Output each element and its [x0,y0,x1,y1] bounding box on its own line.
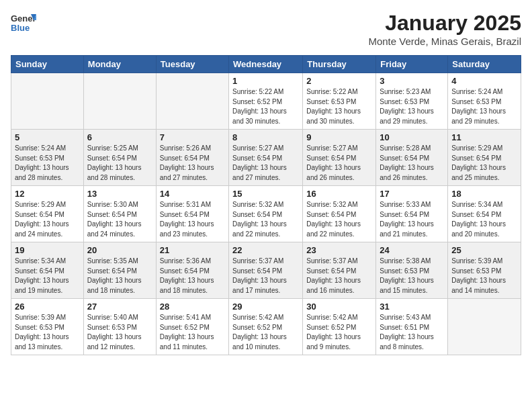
day-number: 7 [160,132,225,142]
calendar-cell: 18Sunrise: 5:34 AM Sunset: 6:54 PM Dayli… [448,186,521,242]
day-number: 1 [232,76,299,86]
calendar-cell: 4Sunrise: 5:24 AM Sunset: 6:53 PM Daylig… [448,73,521,130]
calendar-cell: 30Sunrise: 5:42 AM Sunset: 6:52 PM Dayli… [303,299,376,355]
day-info: Sunrise: 5:26 AM Sunset: 6:54 PM Dayligh… [160,144,225,183]
calendar-cell: 31Sunrise: 5:43 AM Sunset: 6:51 PM Dayli… [376,299,448,355]
calendar-cell: 15Sunrise: 5:32 AM Sunset: 6:54 PM Dayli… [229,186,303,242]
day-info: Sunrise: 5:24 AM Sunset: 6:53 PM Dayligh… [451,87,517,126]
day-info: Sunrise: 5:24 AM Sunset: 6:53 PM Dayligh… [15,144,80,183]
day-info: Sunrise: 5:36 AM Sunset: 6:54 PM Dayligh… [160,257,225,295]
day-info: Sunrise: 5:34 AM Sunset: 6:54 PM Dayligh… [15,257,80,295]
calendar-cell [83,73,156,130]
logo-icon: General Blue [11,11,36,39]
day-number: 2 [306,76,372,86]
weekday-header-tuesday: Tuesday [156,56,228,73]
calendar-week-row: 1Sunrise: 5:22 AM Sunset: 6:52 PM Daylig… [11,73,521,130]
day-number: 8 [232,132,299,142]
day-info: Sunrise: 5:42 AM Sunset: 6:52 PM Dayligh… [306,313,372,352]
calendar-cell: 16Sunrise: 5:32 AM Sunset: 6:54 PM Dayli… [303,186,376,242]
calendar: SundayMondayTuesdayWednesdayThursdayFrid… [11,55,521,355]
location: Monte Verde, Minas Gerais, Brazil [368,36,521,47]
calendar-cell: 25Sunrise: 5:39 AM Sunset: 6:53 PM Dayli… [448,242,521,299]
calendar-cell: 26Sunrise: 5:39 AM Sunset: 6:53 PM Dayli… [11,299,84,355]
weekday-header-monday: Monday [83,56,156,73]
calendar-cell: 3Sunrise: 5:23 AM Sunset: 6:53 PM Daylig… [376,73,448,130]
day-number: 12 [15,189,80,199]
day-info: Sunrise: 5:41 AM Sunset: 6:52 PM Dayligh… [160,313,225,352]
day-number: 31 [380,302,444,312]
calendar-week-row: 12Sunrise: 5:29 AM Sunset: 6:54 PM Dayli… [11,186,521,242]
day-number: 15 [232,189,299,199]
weekday-header-saturday: Saturday [448,56,521,73]
calendar-week-row: 26Sunrise: 5:39 AM Sunset: 6:53 PM Dayli… [11,299,521,355]
day-number: 20 [87,245,152,255]
weekday-header-sunday: Sunday [11,56,84,73]
day-info: Sunrise: 5:27 AM Sunset: 6:54 PM Dayligh… [232,144,299,183]
calendar-cell: 22Sunrise: 5:37 AM Sunset: 6:54 PM Dayli… [229,242,303,299]
calendar-cell: 20Sunrise: 5:35 AM Sunset: 6:54 PM Dayli… [83,242,156,299]
day-number: 11 [451,132,517,142]
calendar-cell: 19Sunrise: 5:34 AM Sunset: 6:54 PM Dayli… [11,242,84,299]
day-number: 10 [380,132,444,142]
day-number: 3 [380,76,444,86]
day-info: Sunrise: 5:38 AM Sunset: 6:53 PM Dayligh… [380,257,444,295]
day-number: 5 [15,132,80,142]
day-info: Sunrise: 5:30 AM Sunset: 6:54 PM Dayligh… [87,200,152,239]
title-block: January 2025 Monte Verde, Minas Gerais, … [368,11,521,47]
calendar-cell [448,299,521,355]
calendar-week-row: 5Sunrise: 5:24 AM Sunset: 6:53 PM Daylig… [11,130,521,186]
day-info: Sunrise: 5:39 AM Sunset: 6:53 PM Dayligh… [15,313,80,352]
calendar-cell: 29Sunrise: 5:42 AM Sunset: 6:52 PM Dayli… [229,299,303,355]
logo: General Blue [11,11,36,39]
day-info: Sunrise: 5:34 AM Sunset: 6:54 PM Dayligh… [451,200,517,239]
weekday-header-friday: Friday [376,56,448,73]
day-number: 28 [160,302,225,312]
calendar-cell: 24Sunrise: 5:38 AM Sunset: 6:53 PM Dayli… [376,242,448,299]
day-info: Sunrise: 5:22 AM Sunset: 6:53 PM Dayligh… [306,87,372,126]
day-info: Sunrise: 5:28 AM Sunset: 6:54 PM Dayligh… [380,144,444,183]
day-info: Sunrise: 5:40 AM Sunset: 6:53 PM Dayligh… [87,313,152,352]
weekday-header-row: SundayMondayTuesdayWednesdayThursdayFrid… [11,56,521,73]
day-info: Sunrise: 5:43 AM Sunset: 6:51 PM Dayligh… [380,313,444,352]
day-number: 17 [380,189,444,199]
day-info: Sunrise: 5:32 AM Sunset: 6:54 PM Dayligh… [232,200,299,239]
calendar-cell: 11Sunrise: 5:29 AM Sunset: 6:54 PM Dayli… [448,130,521,186]
svg-text:Blue: Blue [11,23,30,33]
day-number: 22 [232,245,299,255]
calendar-cell: 8Sunrise: 5:27 AM Sunset: 6:54 PM Daylig… [229,130,303,186]
day-number: 9 [306,132,372,142]
calendar-cell: 2Sunrise: 5:22 AM Sunset: 6:53 PM Daylig… [303,73,376,130]
calendar-cell: 13Sunrise: 5:30 AM Sunset: 6:54 PM Dayli… [83,186,156,242]
day-number: 26 [15,302,80,312]
day-info: Sunrise: 5:22 AM Sunset: 6:52 PM Dayligh… [232,87,299,126]
day-number: 19 [15,245,80,255]
day-info: Sunrise: 5:31 AM Sunset: 6:54 PM Dayligh… [160,200,225,239]
calendar-cell: 23Sunrise: 5:37 AM Sunset: 6:54 PM Dayli… [303,242,376,299]
calendar-cell: 6Sunrise: 5:25 AM Sunset: 6:54 PM Daylig… [83,130,156,186]
day-info: Sunrise: 5:39 AM Sunset: 6:53 PM Dayligh… [451,257,517,295]
day-number: 23 [306,245,372,255]
calendar-cell: 7Sunrise: 5:26 AM Sunset: 6:54 PM Daylig… [156,130,228,186]
calendar-cell: 17Sunrise: 5:33 AM Sunset: 6:54 PM Dayli… [376,186,448,242]
calendar-cell: 1Sunrise: 5:22 AM Sunset: 6:52 PM Daylig… [229,73,303,130]
day-number: 18 [451,189,517,199]
calendar-cell: 28Sunrise: 5:41 AM Sunset: 6:52 PM Dayli… [156,299,228,355]
day-info: Sunrise: 5:37 AM Sunset: 6:54 PM Dayligh… [306,257,372,295]
day-info: Sunrise: 5:42 AM Sunset: 6:52 PM Dayligh… [232,313,299,352]
day-number: 25 [451,245,517,255]
day-number: 4 [451,76,517,86]
day-number: 21 [160,245,225,255]
calendar-cell: 5Sunrise: 5:24 AM Sunset: 6:53 PM Daylig… [11,130,84,186]
day-info: Sunrise: 5:23 AM Sunset: 6:53 PM Dayligh… [380,87,444,126]
day-number: 13 [87,189,152,199]
day-number: 16 [306,189,372,199]
day-info: Sunrise: 5:29 AM Sunset: 6:54 PM Dayligh… [451,144,517,183]
day-number: 6 [87,132,152,142]
calendar-cell: 14Sunrise: 5:31 AM Sunset: 6:54 PM Dayli… [156,186,228,242]
day-number: 14 [160,189,225,199]
day-info: Sunrise: 5:32 AM Sunset: 6:54 PM Dayligh… [306,200,372,239]
day-info: Sunrise: 5:29 AM Sunset: 6:54 PM Dayligh… [15,200,80,239]
weekday-header-wednesday: Wednesday [229,56,303,73]
calendar-cell: 12Sunrise: 5:29 AM Sunset: 6:54 PM Dayli… [11,186,84,242]
calendar-cell: 27Sunrise: 5:40 AM Sunset: 6:53 PM Dayli… [83,299,156,355]
